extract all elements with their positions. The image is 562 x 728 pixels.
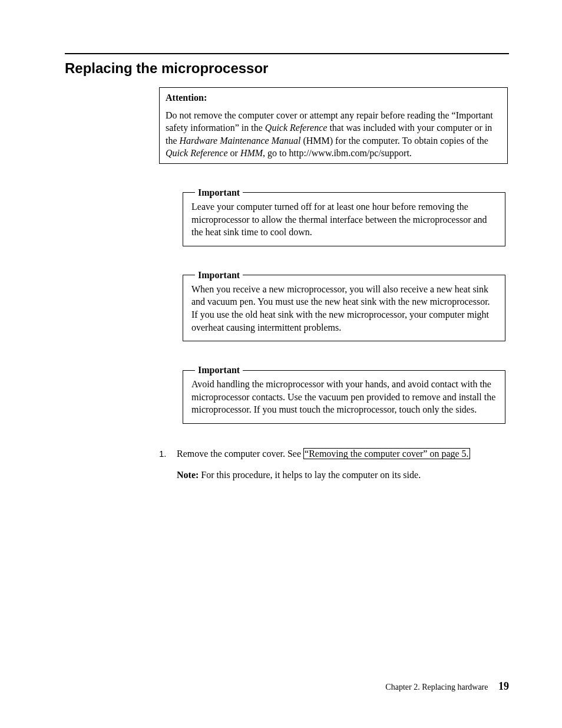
important-box-2: Important When you receive a new micropr…: [183, 270, 505, 341]
important-box-3: Important Avoid handling the microproces…: [183, 365, 505, 424]
attention-ref-1: Quick Reference: [265, 123, 328, 133]
important-body: When you receive a new microprocessor, y…: [191, 283, 497, 334]
note-label: Note:: [177, 470, 199, 480]
footer-chapter: Chapter 2. Replacing hardware: [385, 683, 488, 691]
important-legend: Important: [195, 365, 243, 375]
section-heading: Replacing the microprocessor: [65, 60, 509, 77]
important-legend: Important: [195, 187, 243, 198]
step-note: Note: For this procedure, it helps to la…: [177, 469, 508, 482]
note-text: For this procedure, it helps to lay the …: [199, 470, 421, 480]
attention-ref-4: HMM: [240, 148, 263, 158]
attention-ref-2: Hardware Maintenance Manual: [180, 136, 301, 146]
attention-label: Attention:: [166, 91, 501, 104]
important-body: Leave your computer turned off for at le…: [191, 200, 497, 239]
attention-ref-3: Quick Reference: [166, 148, 228, 158]
attention-box: Attention: Do not remove the computer co…: [159, 87, 508, 164]
cross-reference-link[interactable]: “Removing the computer cover” on page 5.: [303, 448, 470, 459]
attention-text-5: , go to http://www.ibm.com/pc/support.: [263, 148, 412, 158]
important-box-1: Important Leave your computer turned off…: [183, 187, 505, 246]
footer-page-number: 19: [498, 680, 509, 692]
attention-text-3: (HMM) for the computer. To obtain copies…: [300, 136, 488, 146]
procedure-steps: 1. Remove the computer cover. See “Remov…: [159, 447, 508, 482]
step-number: 1.: [159, 447, 167, 460]
top-horizontal-rule: [65, 53, 509, 54]
important-body: Avoid handling the microprocessor with y…: [191, 378, 497, 416]
step-text-prefix: Remove the computer cover. See: [177, 449, 303, 459]
important-legend: Important: [195, 270, 243, 281]
step-1: 1. Remove the computer cover. See “Remov…: [159, 447, 508, 482]
attention-text-4: or: [228, 148, 240, 158]
page-footer: Chapter 2. Replacing hardware 19: [385, 680, 509, 693]
